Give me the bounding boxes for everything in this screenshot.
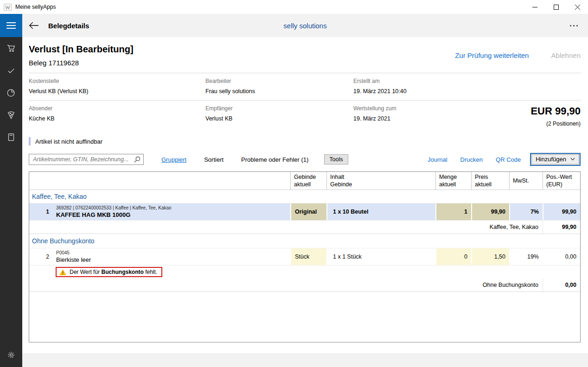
col-description xyxy=(53,172,290,190)
kostenstelle-value: Verlust KB (Verlust KB) xyxy=(29,88,205,95)
meta-empfaenger: Empfänger Verlust KB xyxy=(205,105,353,127)
empfaenger-value: Verlust KB xyxy=(205,115,353,122)
forward-for-review-button[interactable]: Zur Prüfung weiterleiten xyxy=(455,51,529,59)
back-arrow-icon xyxy=(29,21,39,30)
wertstellung-value: 19. März 2021 xyxy=(353,115,474,122)
col-gebinde-aktuell: Gebinde aktuell xyxy=(290,172,326,190)
footer-strip xyxy=(22,353,588,367)
col-menge-aktuell: Menge aktuell xyxy=(435,172,471,190)
minimize-icon xyxy=(532,5,537,10)
sidebar-item-journal[interactable] xyxy=(0,126,22,148)
warning-triangle-icon xyxy=(59,269,66,275)
row2-description: P0045 Bierkiste leer xyxy=(53,248,290,265)
drucken-link[interactable]: Drucken xyxy=(460,156,483,163)
subtotal-row-kaffee: Kaffee, Tee, Kakao 99,90 xyxy=(29,221,580,234)
col-mwst: MwSt. xyxy=(509,172,543,190)
search-icon xyxy=(134,156,141,163)
search-input[interactable] xyxy=(29,154,144,165)
maximize-icon xyxy=(554,5,559,10)
subtotal-kaffee-value: 99,90 xyxy=(543,221,580,234)
row1-wert: 99,90 xyxy=(543,203,580,220)
col-preis-aktuell: Preis aktuell xyxy=(471,172,509,190)
subtotal-kaffee-label: Kaffee, Tee, Kakao xyxy=(29,221,543,234)
row1-article-name: KAFFEE HAG MKB 1000G xyxy=(56,211,130,218)
notice-text: Artikel ist nicht auffindbar xyxy=(35,138,102,145)
row2-number: 2 xyxy=(29,248,53,265)
row2-inhalt[interactable]: 1 x 1 Stück xyxy=(326,248,435,265)
subtotal-ohne-value: 0,00 xyxy=(543,278,580,291)
meta-wertstellung: Wertstellung zum 19. März 2021 xyxy=(353,105,474,127)
table-row-2[interactable]: 2 P0045 Bierkiste leer Stück 1 x 1 Stück… xyxy=(29,248,580,266)
sidebar-item-settings[interactable] xyxy=(0,344,22,366)
document-number: Beleg 17119628 xyxy=(29,59,134,67)
document-total: EUR 99,90 (2 Positionen) xyxy=(474,105,581,127)
window-controls xyxy=(524,0,588,14)
row2-gebinde[interactable]: Stück xyxy=(290,248,326,265)
group-header-ohne-buchungskonto[interactable]: Ohne Buchungskonto xyxy=(29,234,580,248)
filter-sortiert[interactable]: Sortiert xyxy=(204,156,224,163)
sidebar-item-cart[interactable] xyxy=(0,37,22,59)
row1-gebinde[interactable]: Original xyxy=(290,203,326,220)
group-header-kaffee[interactable]: Kaffee, Tee, Kakao xyxy=(29,190,580,203)
row2-article-meta: P0045 xyxy=(56,250,70,255)
meta-absender: Absender Küche KB xyxy=(29,105,205,127)
nav-sidebar xyxy=(0,14,22,367)
erstellt-value: 19. März 2021 10:40 xyxy=(353,88,474,95)
warning-row: Der Wert für Buchungskonto fehlt. xyxy=(29,266,580,278)
table-row-1[interactable]: 1 369282 | 07622400002533 | Kaffee | Kaf… xyxy=(29,203,580,221)
chevron-down-icon xyxy=(570,158,575,161)
sidebar-item-reports[interactable] xyxy=(0,82,22,104)
table-header-row: Gebinde aktuell Inhalt Gebinde Menge akt… xyxy=(29,172,580,190)
row2-wert: 0,00 xyxy=(543,248,580,265)
bearbeiter-value: Frau selly solutions xyxy=(205,88,353,95)
row1-menge[interactable]: 1 xyxy=(435,203,471,220)
document-title: Verlust [In Bearbeitung] xyxy=(29,44,134,55)
minimize-button[interactable] xyxy=(524,0,545,14)
row2-menge[interactable]: 0 xyxy=(435,248,471,265)
more-options-button[interactable] xyxy=(567,19,581,32)
maximize-button[interactable] xyxy=(545,0,567,14)
hinzufuegen-button[interactable]: Hinzufügen xyxy=(530,153,581,166)
gear-icon xyxy=(6,350,16,360)
back-button[interactable] xyxy=(29,21,39,30)
row1-article-meta: 369282 | 07622400002533 | Kaffee | Kaffe… xyxy=(56,205,172,210)
wertstellung-label: Wertstellung zum xyxy=(353,105,474,112)
filter-probleme[interactable]: Probleme oder Fehler (1) xyxy=(241,156,308,163)
meta-bearbeiter: Bearbeiter Frau selly solutions xyxy=(205,78,353,95)
row2-mwst: 19% xyxy=(509,248,543,265)
erstellt-label: Erstellt am xyxy=(353,78,474,84)
app-icon xyxy=(4,4,12,11)
row1-number: 1 xyxy=(29,203,53,220)
page-title: Belegdetails xyxy=(48,22,89,30)
empfaenger-label: Empfänger xyxy=(205,105,353,112)
hinzufuegen-label: Hinzufügen xyxy=(536,156,566,163)
filter-gruppiert[interactable]: Gruppiert xyxy=(161,156,186,163)
total-amount: EUR 99,90 xyxy=(474,105,581,117)
sidebar-item-pizza[interactable] xyxy=(0,104,22,126)
qr-code-link[interactable]: QR Code xyxy=(496,156,521,163)
meta-erstellt: Erstellt am 19. März 2021 10:40 xyxy=(353,78,474,95)
reject-button[interactable]: Ablehnen xyxy=(551,51,581,59)
sidebar-item-check[interactable] xyxy=(0,59,22,82)
journal-link[interactable]: Journal xyxy=(428,156,447,163)
book-icon xyxy=(6,132,16,142)
absender-label: Absender xyxy=(29,105,205,112)
pie-chart-icon xyxy=(6,88,16,98)
ellipsis-icon xyxy=(570,25,571,26)
app-bar: Belegdetails selly solutions xyxy=(22,14,588,37)
document-actions: Zur Prüfung weiterleiten Ablehnen xyxy=(455,51,581,67)
total-positions: (2 Positionen) xyxy=(474,120,581,127)
window-title: Meine sellyApps xyxy=(15,4,56,10)
tools-button[interactable]: Tools xyxy=(324,154,348,165)
row1-inhalt[interactable]: 1 x 10 Beutel xyxy=(326,203,435,220)
doc-header-left: Verlust [In Bearbeitung] Beleg 17119628 xyxy=(29,44,134,67)
row2-preis[interactable]: 1,50 xyxy=(471,248,509,265)
hamburger-menu-button[interactable] xyxy=(0,14,22,37)
table-empty-area xyxy=(29,292,580,342)
content-area: Verlust [In Bearbeitung] Beleg 17119628 … xyxy=(22,37,588,353)
cart-icon xyxy=(6,43,16,53)
subtotal-ohne-label: Ohne Buchungskonto xyxy=(29,278,543,291)
close-button[interactable] xyxy=(567,0,588,14)
row1-preis[interactable]: 99,90 xyxy=(471,203,509,220)
row2-article-name: Bierkiste leer xyxy=(56,256,91,263)
